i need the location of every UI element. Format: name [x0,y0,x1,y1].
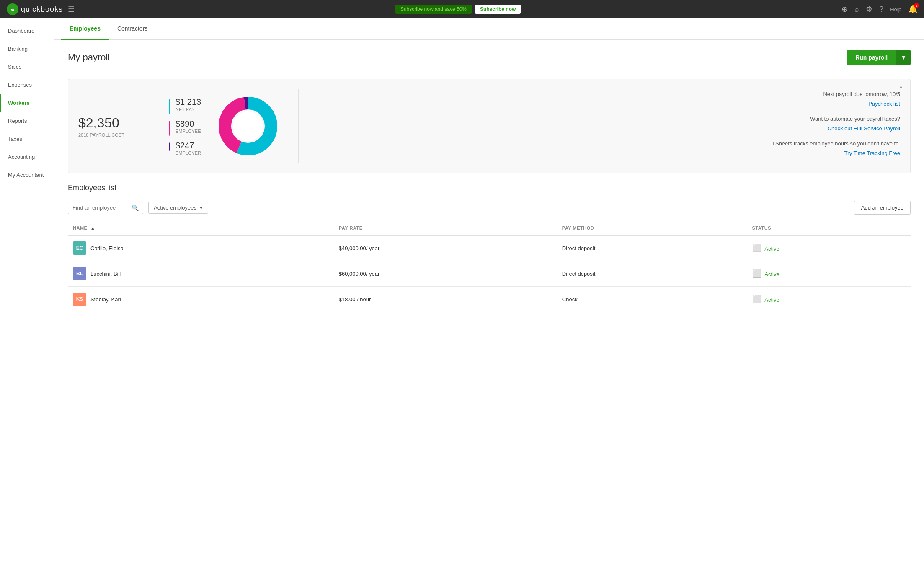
employer-bar [169,142,170,151]
notification-badge: 1 [914,3,919,8]
status-badge: Active [764,271,779,277]
search-icon[interactable]: ⌕ [854,5,859,14]
status-cell: ⬜ Active [747,261,911,287]
employee-bar [169,121,170,136]
notification-icon[interactable]: 🔔 1 [908,5,917,14]
tab-contractors[interactable]: Contractors [109,18,156,40]
cost-amount: $2,350 [78,115,145,131]
sidebar-item-my-accountant[interactable]: My Accountant [0,166,54,184]
avatar: BL [73,267,86,280]
summary-divider [298,89,299,163]
sidebar-item-workers[interactable]: Workers [0,94,54,112]
col-status: STATUS [747,221,911,235]
run-payroll-button[interactable]: Run payroll [847,50,896,65]
search-wrapper[interactable]: 🔍 [68,202,143,214]
settings-icon[interactable]: ⚙ [866,5,872,14]
pay-method: Check [557,287,747,312]
menu-icon[interactable]: ☰ [68,5,75,14]
run-payroll-wrapper: Run payroll ▼ [847,50,911,65]
help-icon[interactable]: ? [879,5,883,14]
breakdown-employee: $890 EMPLOYEE [169,119,201,136]
tab-bar: Employees Contractors [54,18,924,40]
status-badge: Active [764,246,779,252]
pay-method: Direct deposit [557,261,747,287]
topbar-right: ⊕ ⌕ ⚙ ? Help 🔔 1 [841,5,917,14]
topbar-center: Subscribe now and save 50% Subscribe now [395,5,521,14]
toggle-icon[interactable]: ⬜ [752,269,761,278]
pay-rate: $60,000.00/ year [334,261,557,287]
employer-amount: $247 [176,141,201,150]
run-payroll-dropdown[interactable]: ▼ [896,50,911,65]
employee-name: Steblay, Kari [90,296,121,303]
table-row[interactable]: EC Catillo, Eloisa $40,000.00/ year Dire… [68,235,911,261]
controls-left: 🔍 Active employees ▾ [68,202,208,214]
collapse-button[interactable]: ▲ [898,83,903,90]
status-badge: Active [764,297,779,303]
toggle-icon[interactable]: ⬜ [752,244,761,252]
col-pay-rate: PAY RATE [334,221,557,235]
page-content: My payroll Run payroll ▼ ▲ $2,350 2018 P… [54,40,924,322]
tab-employees[interactable]: Employees [61,18,109,40]
next-payroll-text: Next payroll due tomorrow, 10/5 [823,91,900,97]
help-label[interactable]: Help [890,6,901,13]
main-content: Employees Contractors My payroll Run pay… [54,18,924,580]
sidebar-item-expenses[interactable]: Expenses [0,76,54,94]
employee-name: Catillo, Eloisa [90,245,124,251]
next-payroll-block: Next payroll due tomorrow, 10/5 Paycheck… [315,89,900,109]
net-label: NET PAY [176,107,201,112]
status-cell: ⬜ Active [747,235,911,261]
toggle-icon[interactable]: ⬜ [752,295,761,303]
topbar: in quickbooks ☰ Subscribe now and save 5… [0,0,924,18]
time-tracking-link[interactable]: Try Time Tracking Free [315,148,900,158]
employee-name-cell: BL Lucchini, Bill [73,267,329,280]
tsheets-text: TSheets tracks employee hours so you don… [772,140,900,147]
table-row[interactable]: KS Steblay, Kari $18.00 / hour Check ⬜ A… [68,287,911,312]
employee-name: Lucchini, Bill [90,271,121,277]
sidebar: Dashboard Banking Sales Expenses Workers… [0,18,54,580]
payroll-info: Next payroll due tomorrow, 10/5 Paycheck… [315,89,900,163]
employer-label: EMPLOYER [176,150,201,155]
sidebar-item-reports[interactable]: Reports [0,112,54,130]
search-icon: 🔍 [132,205,139,211]
quickbooks-logo: in quickbooks [7,3,63,15]
sidebar-item-sales[interactable]: Sales [0,58,54,76]
subscribe-button[interactable]: Subscribe now [475,5,521,14]
add-employee-button[interactable]: Add an employee [854,201,911,215]
automate-block: Want to automate your payroll taxes? Che… [315,114,900,134]
avatar: KS [73,293,86,306]
svg-point-5 [233,111,263,141]
search-input[interactable] [72,205,129,211]
payroll-donut-chart [214,93,281,160]
employees-section: Employees list 🔍 Active employees ▾ Add … [68,184,911,312]
logo-icon: in [7,3,18,15]
sidebar-item-accounting[interactable]: Accounting [0,148,54,166]
automate-text: Want to automate your payroll taxes? [810,116,900,122]
add-icon[interactable]: ⊕ [841,5,848,14]
net-amount: $1,213 [176,97,201,107]
paycheck-list-link[interactable]: Paycheck list [315,99,900,109]
page-header: My payroll Run payroll ▼ [68,50,911,65]
sidebar-item-taxes[interactable]: Taxes [0,130,54,148]
payroll-summary-card: ▲ $2,350 2018 PAYROLL COST $1,213 NET PA… [68,79,911,173]
sidebar-item-banking[interactable]: Banking [0,40,54,58]
filter-dropdown[interactable]: Active employees ▾ [148,202,208,214]
employee-amount: $890 [176,119,201,129]
employee-table: NAME ▲ PAY RATE PAY METHOD STATUS EC Cat… [68,221,911,312]
logo-text: quickbooks [21,5,63,14]
employee-name-cell: EC Catillo, Eloisa [73,241,329,255]
table-row[interactable]: BL Lucchini, Bill $60,000.00/ year Direc… [68,261,911,287]
avatar: EC [73,241,86,255]
header-divider [68,72,911,72]
pay-rate: $40,000.00/ year [334,235,557,261]
chevron-up-icon: ▲ [898,84,903,90]
filter-label: Active employees [154,205,196,211]
pay-method: Direct deposit [557,235,747,261]
full-service-link[interactable]: Check out Full Service Payroll [315,124,900,133]
payroll-cost: $2,350 2018 PAYROLL COST [78,115,145,137]
pay-rate: $18.00 / hour [334,287,557,312]
sidebar-item-dashboard[interactable]: Dashboard [0,22,54,40]
col-name[interactable]: NAME ▲ [68,221,334,235]
payroll-breakdown: $1,213 NET PAY $890 EMPLOYEE $247 EMPL [159,97,201,155]
status-cell: ⬜ Active [747,287,911,312]
chevron-down-icon: ▾ [200,205,203,211]
